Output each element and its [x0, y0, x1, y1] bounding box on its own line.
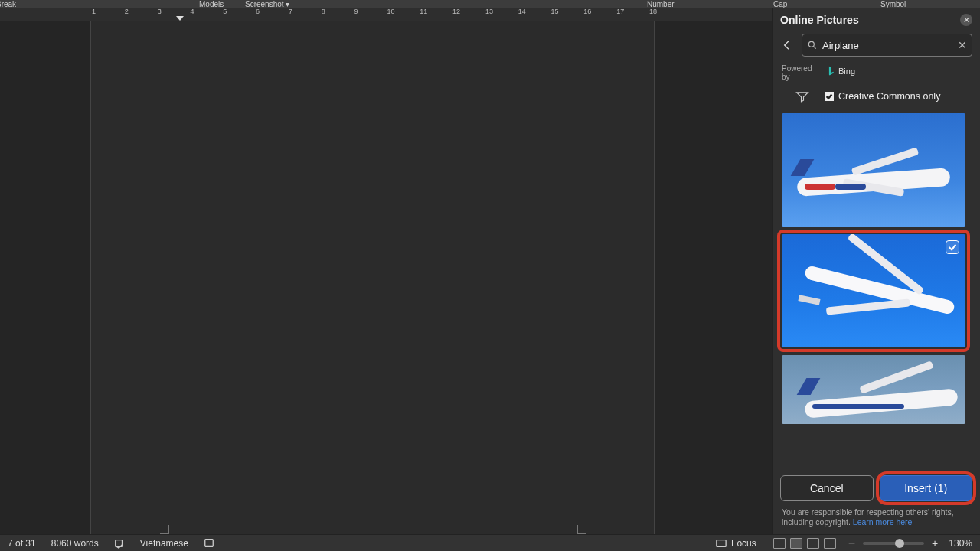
zoom-out-button[interactable]: − — [845, 536, 858, 550]
result-thumbnail[interactable] — [782, 113, 965, 227]
copyright-footnote: You are responsible for respecting other… — [773, 504, 980, 534]
search-box[interactable]: ✕ — [802, 34, 972, 57]
ruler-tick: 14 — [518, 8, 526, 21]
accessibility-icon — [204, 538, 214, 549]
ruler-tick: 18 — [649, 8, 657, 21]
spellcheck-button[interactable] — [106, 538, 132, 549]
cancel-button[interactable]: Cancel — [780, 475, 874, 501]
document-page[interactable] — [90, 21, 655, 534]
search-icon — [807, 40, 818, 51]
page-indicator[interactable]: 7 of 31 — [0, 538, 44, 549]
creative-commons-checkbox[interactable]: Creative Commons only — [825, 91, 940, 102]
back-button[interactable] — [779, 37, 795, 54]
cc-only-label: Creative Commons only — [838, 91, 940, 102]
ruler-tick: 8 — [322, 8, 325, 21]
results-list[interactable] — [773, 110, 980, 469]
ruler-tick: 10 — [387, 8, 394, 21]
zoom-level[interactable]: 130% — [941, 538, 980, 549]
clear-search-button[interactable]: ✕ — [958, 39, 967, 51]
ribbon-models-label: Models — [199, 0, 224, 8]
accessibility-button[interactable] — [196, 538, 222, 549]
ruler-tick: 2 — [125, 8, 129, 21]
view-print-layout[interactable] — [790, 538, 802, 549]
view-web-layout[interactable] — [807, 538, 819, 549]
zoom-in-button[interactable]: + — [929, 537, 941, 549]
ribbon-cap-label: Cap — [773, 0, 787, 8]
selection-check-icon — [946, 240, 959, 254]
zoom-slider[interactable] — [863, 542, 924, 545]
close-panel-button[interactable]: ✕ — [960, 14, 972, 26]
horizontal-ruler[interactable]: 123456789101112131415161718 — [0, 8, 772, 21]
ribbon-symbol-label: Symbol — [880, 0, 906, 8]
ribbon-number-label: Number — [647, 0, 675, 8]
result-thumbnail[interactable] — [782, 355, 965, 424]
ruler-tick: 11 — [420, 8, 427, 21]
search-input[interactable] — [822, 40, 953, 51]
learn-more-link[interactable]: Learn more here — [853, 517, 913, 527]
language-indicator[interactable]: Vietnamese — [132, 538, 196, 549]
ruler-tick: 7 — [289, 8, 292, 21]
filter-icon[interactable] — [795, 90, 809, 103]
arrow-left-icon — [781, 39, 793, 51]
ribbon-labels-row: Break Models Screenshot ▾ Number Cap Sym… — [0, 0, 980, 8]
check-icon — [825, 93, 833, 100]
view-read-mode[interactable] — [773, 538, 786, 549]
svg-rect-2 — [205, 539, 214, 546]
svg-point-0 — [808, 41, 814, 47]
online-pictures-panel: Online Pictures ✕ ✕ Powered by Bing — [772, 8, 980, 534]
ribbon-break-label: Break — [0, 0, 16, 8]
bing-brand: Bing — [828, 66, 855, 77]
ruler-tick: 4 — [190, 8, 194, 21]
ruler-indent-marker[interactable] — [176, 16, 184, 21]
ruler-tick: 16 — [583, 8, 591, 21]
ruler-tick: 3 — [158, 8, 162, 21]
status-bar: 7 of 31 8060 words Vietnamese Focus − + … — [0, 534, 980, 551]
ruler-tick: 1 — [92, 8, 96, 21]
panel-title: Online Pictures — [780, 14, 859, 26]
ruler-tick: 9 — [354, 8, 358, 21]
document-canvas[interactable] — [0, 21, 772, 534]
insert-button[interactable]: Insert (1) — [880, 475, 973, 501]
ribbon-screenshot-label[interactable]: Screenshot ▾ — [245, 0, 289, 8]
spellcheck-icon — [114, 538, 125, 549]
svg-rect-3 — [717, 540, 726, 546]
view-outline[interactable] — [824, 538, 836, 549]
ruler-tick: 5 — [223, 8, 227, 21]
ruler-tick: 17 — [616, 8, 624, 21]
result-thumbnail-selected[interactable] — [782, 234, 965, 347]
focus-mode-button[interactable]: Focus — [708, 538, 764, 549]
focus-icon — [716, 538, 727, 549]
bing-icon — [828, 66, 835, 77]
powered-by-label: Powered by — [782, 64, 814, 81]
word-count[interactable]: 8060 words — [44, 538, 106, 549]
ruler-tick: 13 — [485, 8, 493, 21]
ruler-tick: 6 — [256, 8, 260, 21]
ruler-tick: 12 — [452, 8, 460, 21]
ruler-tick: 15 — [551, 8, 559, 21]
